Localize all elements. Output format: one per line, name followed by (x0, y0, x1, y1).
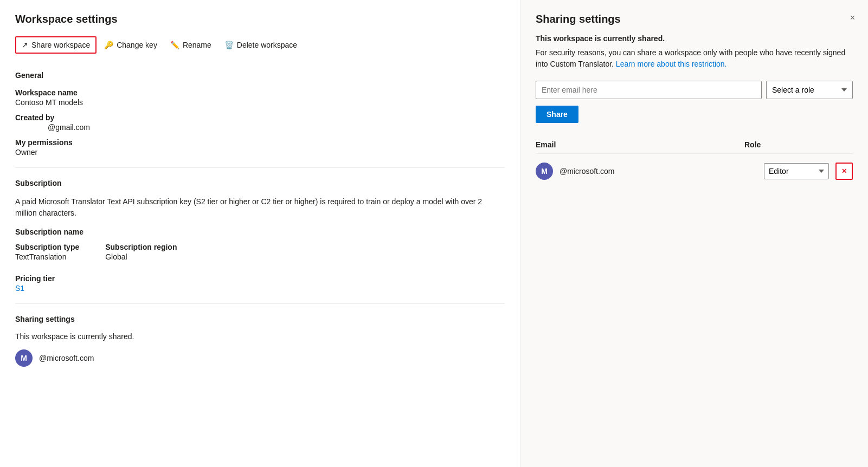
subscription-name-label: Subscription name (15, 228, 505, 236)
sharing-settings-section: Sharing settings This workspace is curre… (15, 315, 505, 367)
divider-1 (15, 167, 505, 168)
share-workspace-button[interactable]: ↗ Share workspace (15, 36, 97, 54)
rename-label: Rename (183, 41, 211, 49)
subscription-region-value: Global (105, 252, 177, 261)
key-icon: 🔑 (104, 41, 113, 49)
sharing-status-text: This workspace is currently shared. (15, 332, 505, 341)
share-workspace-label: Share workspace (31, 41, 90, 49)
right-shared-status: This workspace is currently shared. (536, 34, 853, 43)
subscription-section-title: Subscription (15, 179, 505, 187)
user-email-left: @microsoft.com (39, 354, 94, 362)
subscription-section: Subscription A paid Microsoft Translator… (15, 179, 505, 293)
page-title: Workspace settings (15, 13, 505, 25)
toolbar: ↗ Share workspace 🔑 Change key ✏️ Rename… (15, 36, 505, 56)
workspace-name-value: Contoso MT models (15, 98, 505, 107)
role-column-header: Role (744, 140, 853, 149)
shared-user-row-left: M @microsoft.com (15, 349, 505, 367)
subscription-type-value: TextTranslation (15, 252, 79, 261)
shared-user-row: M @microsoft.com OwnerContributorEditorR… (536, 158, 853, 184)
right-panel: × Sharing settings This workspace is cur… (520, 0, 868, 467)
pricing-tier-value: S1 (15, 284, 505, 293)
change-key-button[interactable]: 🔑 Change key (99, 37, 163, 53)
delete-icon: 🗑️ (224, 41, 234, 49)
shared-user-role-select[interactable]: OwnerContributorEditorReader (764, 163, 829, 179)
subscription-region-label: Subscription region (105, 243, 177, 251)
created-by-value: @gmail.com (15, 123, 505, 132)
divider-2 (15, 303, 505, 304)
table-header: Email Role (536, 136, 853, 154)
subscription-region-group: Subscription region Global (105, 243, 177, 268)
remove-user-button[interactable]: ✕ (835, 163, 853, 180)
user-avatar-left: M (15, 349, 33, 367)
learn-more-link[interactable]: Learn more about this restriction. (616, 60, 727, 68)
share-icon: ↗ (22, 41, 28, 49)
share-button[interactable]: Share (536, 106, 578, 123)
role-select[interactable]: Select a roleOwnerContributorEditorReade… (766, 81, 853, 99)
close-panel-button[interactable]: × (848, 11, 857, 25)
shared-user-avatar: M (536, 163, 553, 180)
general-section-title: General (15, 71, 505, 80)
left-panel: Workspace settings ↗ Share workspace 🔑 C… (0, 0, 520, 467)
subscription-type-group: Subscription type TextTranslation (15, 243, 79, 268)
email-role-input-row: Select a roleOwnerContributorEditorReade… (536, 81, 853, 99)
created-by-label: Created by (15, 113, 505, 122)
rename-button[interactable]: ✏️ Rename (165, 37, 217, 53)
my-permissions-value: Owner (15, 148, 505, 157)
subscription-type-label: Subscription type (15, 243, 79, 251)
shared-user-email: @microsoft.com (560, 167, 757, 176)
email-input[interactable] (536, 81, 762, 99)
sharing-settings-title: Sharing settings (15, 315, 505, 323)
right-shared-desc: For security reasons, you can share a wo… (536, 47, 853, 70)
pricing-tier-label: Pricing tier (15, 274, 505, 283)
my-permissions-label: My permissions (15, 138, 505, 147)
delete-workspace-button[interactable]: 🗑️ Delete workspace (219, 37, 303, 53)
subscription-details-row: Subscription type TextTranslation Subscr… (15, 243, 505, 268)
general-section: General Workspace name Contoso MT models… (15, 71, 505, 157)
pencil-icon: ✏️ (170, 41, 179, 49)
change-key-label: Change key (117, 41, 157, 49)
subscription-description: A paid Microsoft Translator Text API sub… (15, 196, 505, 219)
email-column-header: Email (536, 140, 744, 149)
right-panel-title: Sharing settings (536, 13, 853, 25)
delete-workspace-label: Delete workspace (237, 41, 297, 49)
workspace-name-label: Workspace name (15, 88, 505, 97)
